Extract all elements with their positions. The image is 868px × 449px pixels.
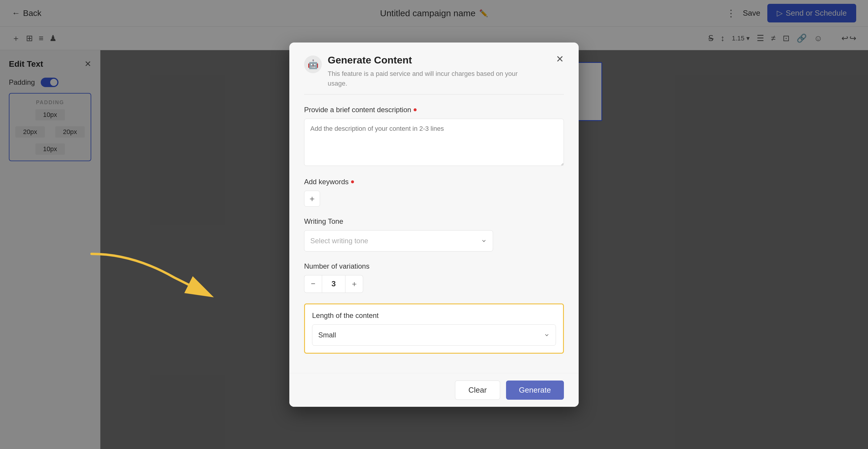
add-keyword-button[interactable]: ＋	[304, 191, 320, 206]
modal-close-button[interactable]: ✕	[556, 54, 564, 64]
generate-content-modal: 🤖 Generate Content This feature is a pai…	[289, 42, 579, 407]
variations-value: 3	[322, 275, 345, 293]
writing-tone-select[interactable]: Select writing tone	[304, 230, 493, 252]
description-textarea[interactable]	[304, 119, 564, 166]
keywords-required-indicator	[351, 180, 354, 183]
modal-robot-icon: 🤖	[304, 56, 322, 73]
variations-stepper: − 3 ＋	[304, 275, 564, 293]
description-required-indicator	[414, 108, 416, 111]
content-length-section: Length of the content Small Medium Large	[304, 303, 564, 354]
keywords-label: Add keywords	[304, 178, 564, 186]
content-length-label: Length of the content	[312, 312, 556, 320]
modal-header-left: 🤖 Generate Content This feature is a pai…	[304, 54, 528, 88]
description-section: Provide a brief content description	[304, 106, 564, 167]
clear-button[interactable]: Clear	[455, 381, 500, 400]
variations-section: Number of variations − 3 ＋	[304, 262, 564, 293]
content-length-select[interactable]: Small Medium Large	[312, 324, 556, 346]
writing-tone-section: Writing Tone Select writing tone	[304, 217, 564, 252]
description-label: Provide a brief content description	[304, 106, 564, 114]
modal-header-text: Generate Content This feature is a paid …	[328, 54, 528, 88]
modal-header: 🤖 Generate Content This feature is a pai…	[289, 42, 579, 94]
modal-body: Provide a brief content description Add …	[289, 94, 579, 373]
variations-label: Number of variations	[304, 262, 564, 270]
modal-subtitle: This feature is a paid service and will …	[328, 69, 528, 88]
writing-tone-label: Writing Tone	[304, 217, 564, 226]
keywords-section: Add keywords ＋	[304, 178, 564, 206]
modal-footer: Clear Generate	[289, 373, 579, 407]
variations-decrement-button[interactable]: −	[304, 275, 322, 293]
modal-title: Generate Content	[328, 54, 528, 66]
variations-increment-button[interactable]: ＋	[345, 275, 363, 293]
generate-button[interactable]: Generate	[506, 381, 564, 400]
